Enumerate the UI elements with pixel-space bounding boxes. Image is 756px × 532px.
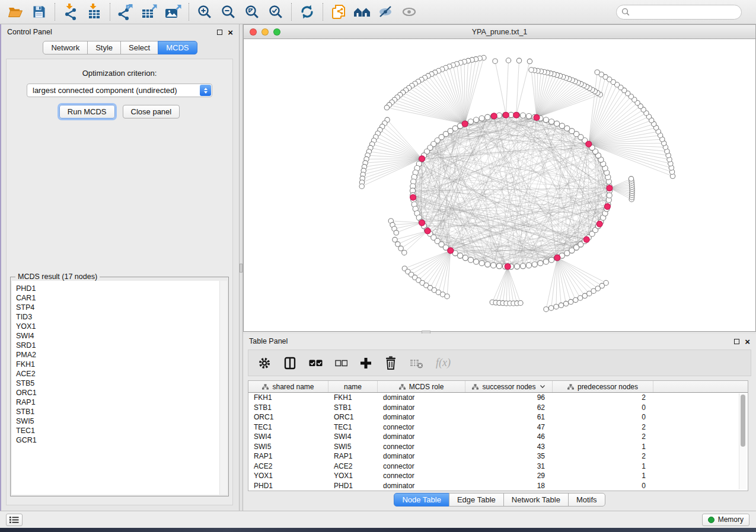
cell-mcds_role: dominator [378, 432, 465, 441]
result-list-scrollbar[interactable] [219, 281, 227, 495]
cell-successor_nodes: 46 [465, 432, 553, 441]
float-table-panel-icon[interactable] [734, 339, 739, 344]
sort-descending-icon[interactable] [540, 384, 546, 389]
column-header-name[interactable]: name [328, 381, 378, 392]
tab-network[interactable]: Network [43, 41, 88, 55]
hide-selected-icon[interactable] [377, 3, 395, 21]
table-options-gear-icon[interactable] [258, 356, 271, 370]
zoom-selected-icon[interactable] [267, 3, 285, 21]
column-selector-icon[interactable] [283, 356, 296, 370]
mcds-result-item[interactable]: STB1 [16, 407, 216, 416]
import-table-icon[interactable] [85, 3, 103, 21]
mcds-result-item[interactable]: SRD1 [16, 341, 216, 350]
mcds-result-item[interactable]: CAR1 [16, 293, 216, 303]
cell-successor_nodes: 35 [465, 452, 553, 460]
mcds-result-item[interactable]: TID3 [16, 312, 216, 322]
tab-style[interactable]: Style [87, 41, 121, 55]
table-tab-motifs[interactable]: Motifs [568, 493, 605, 507]
table-row[interactable]: SWI4SWI4dominator462 [248, 432, 738, 442]
mcds-result-item[interactable]: ACE2 [16, 369, 216, 379]
first-neighbors-icon[interactable] [353, 3, 371, 21]
function-builder-icon[interactable]: f(x) [436, 356, 451, 370]
cell-shared_name: FKH1 [248, 393, 328, 402]
table-scrollbar[interactable] [739, 393, 747, 489]
mcds-result-item[interactable]: GCR1 [16, 435, 216, 445]
delete-table-icon[interactable] [410, 356, 423, 370]
mcds-result-item[interactable]: SWI4 [16, 331, 216, 341]
deselect-all-rows-icon[interactable] [335, 356, 347, 370]
table-row[interactable]: FKH1FKH1dominator962 [248, 393, 738, 403]
cell-predecessor_nodes: 0 [553, 403, 653, 412]
search-box[interactable] [616, 5, 742, 20]
export-table-icon[interactable] [141, 3, 158, 21]
network-window-titlebar[interactable]: YPA_prune.txt_1 [243, 24, 756, 39]
network-canvas[interactable] [243, 39, 756, 332]
table-row[interactable]: SWI5SWI5connector431 [248, 442, 738, 452]
task-history-button[interactable] [6, 514, 23, 526]
run-mcds-button[interactable]: Run MCDS [59, 105, 115, 118]
tab-mcds[interactable]: MCDS [158, 41, 197, 55]
column-header-predecessor-nodes[interactable]: predecessor nodes [553, 381, 653, 392]
table-row[interactable]: TEC1TEC1connector472 [248, 422, 738, 432]
delete-columns-trash-icon[interactable] [384, 356, 397, 370]
dropdown-stepper-icon [200, 85, 211, 96]
table-tab-node-table[interactable]: Node Table [394, 493, 449, 507]
show-all-icon[interactable] [401, 3, 419, 21]
table-tab-network-table[interactable]: Network Table [503, 493, 569, 507]
cell-predecessor_nodes: 1 [553, 443, 653, 451]
mcds-result-item[interactable]: FKH1 [16, 360, 216, 369]
table-row[interactable]: RAP1RAP1dominator352 [248, 451, 738, 462]
column-header-label: successor nodes [482, 383, 535, 391]
column-header-shared-name[interactable]: shared name [248, 381, 328, 392]
select-all-rows-icon[interactable] [309, 356, 323, 370]
table-row[interactable]: STB1STB1dominator620 [248, 403, 738, 413]
close-table-panel-icon[interactable]: × [745, 339, 750, 344]
close-window-icon[interactable] [250, 28, 257, 36]
clone-network-icon[interactable] [330, 3, 347, 21]
table-row[interactable]: ORC1ORC1dominator610 [248, 412, 738, 422]
minimize-window-icon[interactable] [261, 28, 269, 36]
export-network-icon[interactable] [117, 3, 135, 21]
table-tab-edge-table[interactable]: Edge Table [449, 493, 504, 507]
mcds-result-item[interactable]: ORC1 [16, 388, 216, 398]
close-panel-button[interactable]: Close panel [123, 105, 180, 118]
mcds-result-item[interactable]: TEC1 [16, 426, 216, 435]
column-header-MCDS-role[interactable]: MCDS role [378, 381, 465, 392]
node-table[interactable]: shared namename MCDS role successor node… [248, 380, 748, 491]
memory-button[interactable]: Memory [702, 514, 749, 526]
mcds-result-item[interactable]: PHD1 [16, 284, 216, 293]
table-row[interactable]: YOX1YOX1connector291 [248, 471, 738, 481]
table-scrollbar-thumb[interactable] [741, 395, 745, 447]
cell-name: PHD1 [328, 482, 378, 490]
vertical-splitter[interactable] [239, 24, 243, 511]
table-body: FKH1FKH1dominator962STB1STB1dominator620… [248, 393, 738, 491]
zoom-in-icon[interactable] [196, 3, 213, 21]
import-network-icon[interactable] [62, 3, 79, 21]
export-image-icon[interactable] [164, 3, 182, 21]
refresh-view-icon[interactable] [298, 3, 316, 21]
criterion-dropdown[interactable]: largest connected component (undirected) [27, 84, 212, 97]
mcds-result-item[interactable]: YOX1 [16, 322, 216, 331]
mcds-result-item[interactable]: STB5 [16, 379, 216, 388]
mcds-result-item[interactable]: STP4 [16, 303, 216, 312]
save-session-icon[interactable] [30, 3, 48, 21]
zoom-fit-icon[interactable] [243, 3, 261, 21]
mcds-result-item[interactable]: RAP1 [16, 398, 216, 407]
zoom-out-icon[interactable] [219, 3, 237, 21]
cell-mcds_role: dominator [378, 452, 465, 460]
maximize-window-icon[interactable] [273, 28, 280, 36]
mcds-result-item[interactable]: SWI5 [16, 416, 216, 426]
close-panel-icon[interactable]: × [228, 30, 233, 35]
float-panel-icon[interactable] [217, 30, 222, 35]
vertical-splitter-handle[interactable] [240, 264, 243, 273]
tab-select[interactable]: Select [120, 41, 158, 55]
open-file-icon[interactable] [7, 3, 24, 21]
search-input[interactable] [633, 7, 736, 17]
mcds-result-list[interactable]: PHD1CAR1STP4TID3YOX1SWI4SRD1PMA2FKH1ACE2… [12, 281, 227, 495]
cell-predecessor_nodes: 2 [553, 432, 653, 441]
mcds-result-item[interactable]: PMA2 [16, 350, 216, 360]
add-column-icon[interactable] [360, 356, 372, 370]
table-row[interactable]: PHD1PHD1dominator180 [248, 481, 738, 491]
column-header-successor-nodes[interactable]: successor nodes [465, 381, 553, 392]
table-row[interactable]: ACE2ACE2connector311 [248, 462, 738, 472]
